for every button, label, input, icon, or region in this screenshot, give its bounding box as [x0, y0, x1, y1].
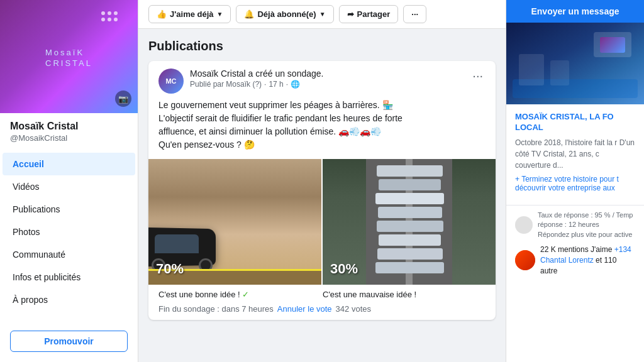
top-action-bar: 👍 J'aime déjà ▼ 🔔 Déjà abonné(e) ▼ ➦ Par…: [138, 0, 506, 29]
sidebar-item-videos[interactable]: Vidéos: [3, 175, 135, 198]
mention-name-link[interactable]: Chantal Lorentz: [540, 256, 594, 265]
like-thumb-icon: 👍: [157, 9, 167, 19]
like-button[interactable]: 👍 J'aime déjà ▼: [148, 5, 231, 23]
separator: ·: [264, 80, 266, 89]
more-dots-icon: ···: [411, 9, 418, 19]
check-icon: ✓: [242, 290, 249, 299]
globe-icon: ·: [286, 80, 288, 89]
page-cover: MosaïK CRISTAL 📷: [0, 0, 138, 113]
published-by: Publié par Mosaïk (?): [190, 80, 262, 89]
right-page-link[interactable]: + Terminez votre histoire pour t découvr…: [515, 175, 635, 192]
poll-footer: Fin du sondage : dans 7 heures Annuler l…: [148, 299, 496, 320]
right-page-title: MOSAÏK CRISTAL, LA FO LOCAL: [515, 112, 635, 133]
post-header: MC Mosaïk Cristal a créé un sondage. Pub…: [148, 61, 496, 99]
subscribe-chevron-icon: ▼: [319, 11, 326, 18]
logo-text: MosaïK CRISTAL: [45, 48, 92, 67]
send-message-button[interactable]: Envoyer un message: [506, 0, 644, 23]
poll-left-percent: 70%: [156, 261, 184, 277]
logo-dots: [101, 11, 120, 21]
avatar: MC: [158, 69, 184, 94]
poll-right-label: C'est une mauvaise idée !: [323, 290, 486, 299]
feed-area: Publications MC Mosaïk Cristal a créé un…: [138, 29, 506, 362]
poll-labels: C'est une bonne idée ! ✓ C'est une mauva…: [148, 285, 496, 299]
post-line2: L'objectif serait de fluidifier le trafi…: [158, 112, 486, 125]
sidebar-item-accueil[interactable]: Accueil: [3, 153, 135, 175]
sidebar-item-apropos[interactable]: À propos: [3, 288, 135, 311]
main-content: 👍 J'aime déjà ▼ 🔔 Déjà abonné(e) ▼ ➦ Par…: [138, 0, 506, 362]
poll-option-left[interactable]: 70%: [148, 159, 321, 285]
poll-end-text: Fin du sondage : dans 7 heures: [158, 304, 274, 314]
post-author: Mosaïk Cristal a créé un sondage.: [190, 69, 470, 79]
post-time: 17 h: [269, 80, 283, 89]
cancel-vote-link[interactable]: Annuler le vote: [277, 304, 332, 314]
poll-images: 70%: [148, 159, 496, 285]
section-title: Publications: [148, 39, 496, 53]
right-page-info: MOSAÏK CRISTAL, LA FO LOCAL Octobre 2018…: [506, 104, 644, 200]
subscribe-label: Déjà abonné(e): [257, 9, 316, 19]
right-sidebar: Envoyer un message MOSAÏK CRISTAL, LA FO…: [506, 0, 644, 362]
right-cover-image: [506, 23, 644, 104]
post-more-button[interactable]: ···: [470, 69, 486, 83]
like-label: J'aime déjà: [170, 9, 214, 19]
post-meta: Mosaïk Cristal a créé un sondage. Publié…: [190, 69, 470, 89]
author-name: Mosaïk Cristal: [190, 69, 246, 79]
sidebar-item-infos[interactable]: Infos et publicités: [3, 266, 135, 288]
stat-response-rate: Taux de réponse : 95 % / Temp réponse : …: [515, 211, 635, 239]
mention-extra-link[interactable]: +134: [614, 245, 631, 254]
post-card: MC Mosaïk Cristal a créé un sondage. Pub…: [148, 61, 496, 320]
sidebar-navigation: Accueil Vidéos Publications Photos Commu…: [0, 153, 138, 323]
left-sidebar: MosaïK CRISTAL 📷 Mosaïk Cristal @MosaikC…: [0, 0, 138, 362]
post-line1: Le gouvernement veut supprimer les péage…: [158, 99, 486, 112]
right-stats: Taux de réponse : 95 % / Temp réponse : …: [506, 211, 644, 287]
share-button[interactable]: ➦ Partager: [339, 5, 399, 23]
poll-votes: 342 votes: [336, 304, 371, 314]
right-page-desc: Octobre 2018, l'histoire fait la r D'un …: [515, 137, 635, 171]
poll-left-label: C'est une bonne idée ! ✓: [158, 290, 321, 299]
share-arrow-icon: ➦: [347, 9, 354, 19]
sidebar-item-photos[interactable]: Photos: [3, 221, 135, 243]
sidebar-item-communaute[interactable]: Communauté: [3, 243, 135, 266]
subscribe-button[interactable]: 🔔 Déjà abonné(e) ▼: [236, 5, 333, 23]
camera-icon[interactable]: 📷: [115, 90, 131, 107]
sidebar-logo: MosaïK CRISTAL: [45, 46, 92, 67]
promote-section: Promouvoir: [10, 331, 128, 352]
divider: [506, 205, 644, 206]
mention-count: 22 K mentions J'aime: [540, 245, 612, 254]
stat-avatar: [515, 216, 533, 234]
post-action: a créé un sondage.: [248, 69, 324, 79]
stat-response-text: Taux de réponse : 95 % / Temp réponse : …: [538, 211, 635, 239]
poll-option-right[interactable]: 30%: [323, 159, 496, 285]
post-subline: Publié par Mosaïk (?) · 17 h · 🌐: [190, 80, 470, 89]
page-profile: Mosaïk Cristal @MosaikCristal: [0, 113, 138, 145]
visibility-globe-icon: 🌐: [291, 80, 300, 89]
mention-text: 22 K mentions J'aime +134 Chantal Lorent…: [540, 244, 635, 276]
logo-sub: CRISTAL: [45, 59, 92, 67]
page-name: Mosaïk Cristal: [10, 121, 128, 132]
poll-right-percent: 30%: [330, 261, 358, 277]
promote-button[interactable]: Promouvoir: [10, 331, 128, 352]
more-button[interactable]: ···: [403, 5, 426, 23]
share-label: Partager: [357, 9, 391, 19]
page-handle: @MosaikCristal: [10, 133, 128, 143]
logo-main: MosaïK: [45, 48, 92, 57]
like-chevron-icon: ▼: [217, 11, 223, 18]
post-text: Le gouvernement veut supprimer les péage…: [148, 99, 496, 159]
bell-icon: 🔔: [244, 9, 254, 19]
sidebar-item-publications[interactable]: Publications: [3, 198, 135, 221]
mention-avatar: [515, 250, 535, 270]
mention-item: 22 K mentions J'aime +134 Chantal Lorent…: [515, 244, 635, 276]
post-line4: Qu'en pensez-vous ? 🤔: [158, 138, 486, 151]
post-line3: affluence, et ainsi diminuer la pollutio…: [158, 125, 486, 138]
